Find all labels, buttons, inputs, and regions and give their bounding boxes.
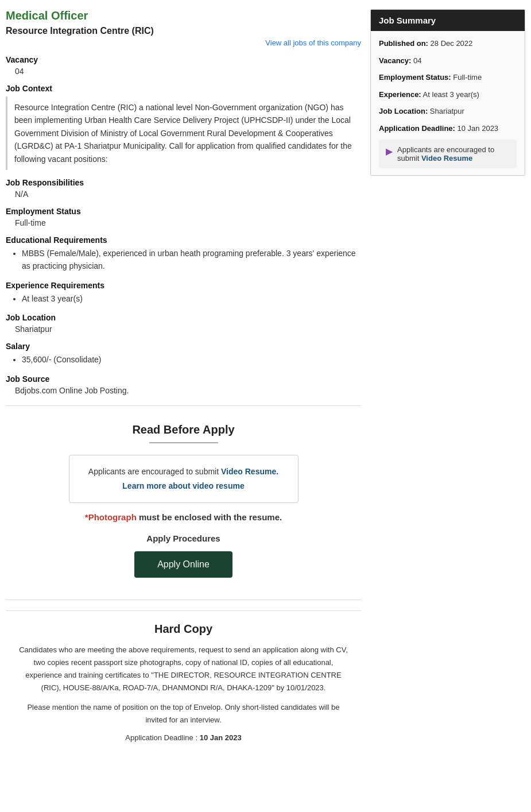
summary-vacancy-label: Vacancy: bbox=[379, 56, 411, 65]
employment-status-label: Employment Status bbox=[6, 207, 361, 216]
job-title: Medical Officer bbox=[6, 9, 361, 22]
salary-list: 35,600/- (Consolidate) bbox=[22, 353, 361, 366]
sidebar: Job Summary Published on: 28 Dec 2022 Va… bbox=[370, 9, 525, 176]
job-source-value: Bdjobs.com Online Job Posting. bbox=[6, 386, 361, 395]
summary-deadline: Application Deadline: 10 Jan 2023 bbox=[379, 123, 517, 134]
video-resume-box: Applicants are encouraged to submit Vide… bbox=[69, 455, 299, 503]
job-responsibilities-label: Job Responsibilities bbox=[6, 178, 361, 187]
sidebar-video-text: Applicants are encouraged to submit Vide… bbox=[397, 145, 510, 163]
employment-status-value: Full-time bbox=[6, 218, 361, 227]
job-responsibilities-section: Job Responsibilities N/A bbox=[6, 178, 361, 199]
sidebar-video-resume-link[interactable]: Video Resume bbox=[421, 154, 472, 163]
experience-requirements-label: Experience Requirements bbox=[6, 281, 361, 290]
hard-copy-title: Hard Copy bbox=[17, 622, 350, 636]
summary-employment-label: Employment Status: bbox=[379, 73, 451, 82]
summary-vacancy: Vacancy: 04 bbox=[379, 55, 517, 67]
experience-requirements-list: At least 3 year(s) bbox=[22, 292, 361, 305]
apply-procedures-label: Apply Procedures bbox=[29, 533, 338, 543]
summary-published: Published on: 28 Dec 2022 bbox=[379, 38, 517, 49]
job-location-value: Shariatpur bbox=[6, 324, 361, 334]
job-context-section: Job Context Resource Integration Centre … bbox=[6, 84, 361, 170]
salary-label: Salary bbox=[6, 342, 361, 351]
job-context-text: Resource Integration Centre (RIC) a nati… bbox=[6, 96, 361, 170]
hard-copy-divider bbox=[6, 600, 361, 600]
apply-online-button[interactable]: Apply Online bbox=[134, 551, 232, 578]
educational-requirements-section: Educational Requirements MBBS (Female/Ma… bbox=[6, 235, 361, 273]
hard-copy-text1: Candidates who are meeting the above req… bbox=[17, 644, 350, 694]
vacancy-value: 04 bbox=[6, 67, 361, 76]
summary-vacancy-val: 04 bbox=[413, 56, 421, 65]
deadline-value: 10 Jan 2023 bbox=[200, 733, 242, 742]
learn-more-link[interactable]: Learn more about video resume bbox=[122, 481, 244, 490]
job-location-section: Job Location Shariatpur bbox=[6, 313, 361, 334]
summary-deadline-val: 10 Jan 2023 bbox=[458, 124, 499, 133]
employment-status-section: Employment Status Full-time bbox=[6, 207, 361, 227]
deadline-label: Application Deadline : bbox=[125, 733, 197, 742]
company-name: Resource Integration Centre (RIC) bbox=[6, 26, 361, 36]
section-divider bbox=[6, 405, 361, 406]
job-responsibilities-value: N/A bbox=[6, 190, 361, 199]
summary-location-label: Job Location: bbox=[379, 107, 428, 115]
list-item: At least 3 year(s) bbox=[22, 292, 361, 305]
summary-employment: Employment Status: Full-time bbox=[379, 72, 517, 83]
job-summary-box: Job Summary Published on: 28 Dec 2022 Va… bbox=[370, 9, 525, 176]
list-item: 35,600/- (Consolidate) bbox=[22, 353, 361, 366]
summary-employment-val: Full-time bbox=[453, 73, 482, 82]
job-summary-body: Published on: 28 Dec 2022 Vacancy: 04 Em… bbox=[371, 31, 525, 175]
video-resume-prefix: Applicants are encouraged to submit bbox=[88, 467, 219, 476]
photograph-notice: *Photograph must be enclosed with the re… bbox=[29, 512, 338, 522]
summary-experience: Experience: At least 3 year(s) bbox=[379, 89, 517, 100]
summary-published-label: Published on: bbox=[379, 39, 428, 48]
list-item: MBBS (Female/Male), experienced in urban… bbox=[22, 247, 361, 273]
job-location-label: Job Location bbox=[6, 313, 361, 322]
job-source-section: Job Source Bdjobs.com Online Job Posting… bbox=[6, 374, 361, 395]
video-icon: ▶ bbox=[386, 146, 393, 157]
read-before-divider bbox=[149, 442, 218, 443]
read-before-apply-section: Read Before Apply Applicants are encoura… bbox=[6, 423, 361, 589]
educational-requirements-list: MBBS (Female/Male), experienced in urban… bbox=[22, 247, 361, 273]
educational-requirements-label: Educational Requirements bbox=[6, 235, 361, 245]
experience-requirements-section: Experience Requirements At least 3 year(… bbox=[6, 281, 361, 305]
photograph-suffix-text: must be enclosed with the resume. bbox=[139, 512, 282, 522]
video-resume-link[interactable]: Video Resume. bbox=[221, 467, 278, 476]
vacancy-section: Vacancy 04 bbox=[6, 55, 361, 76]
sidebar-video-resume-notice: ▶ Applicants are encouraged to submit Vi… bbox=[379, 140, 517, 168]
read-before-title: Read Before Apply bbox=[29, 423, 338, 436]
job-summary-header: Job Summary bbox=[371, 10, 525, 31]
summary-published-val: 28 Dec 2022 bbox=[431, 39, 473, 48]
summary-deadline-label: Application Deadline: bbox=[379, 124, 455, 133]
summary-location-val: Shariatpur bbox=[430, 107, 464, 115]
hard-copy-section: Hard Copy Candidates who are meeting the… bbox=[6, 610, 361, 748]
salary-section: Salary 35,600/- (Consolidate) bbox=[6, 342, 361, 366]
summary-experience-val: At least 3 year(s) bbox=[423, 90, 479, 99]
application-deadline-text: Application Deadline : 10 Jan 2023 bbox=[17, 733, 350, 742]
vacancy-label: Vacancy bbox=[6, 55, 361, 64]
summary-location: Job Location: Shariatpur bbox=[379, 106, 517, 117]
job-source-label: Job Source bbox=[6, 374, 361, 384]
hard-copy-text2: Please mention the name of position on t… bbox=[17, 701, 350, 726]
main-content: Medical Officer Resource Integration Cen… bbox=[6, 9, 361, 748]
summary-experience-label: Experience: bbox=[379, 90, 421, 99]
view-all-link[interactable]: View all jobs of this company bbox=[6, 38, 361, 47]
photograph-word: *Photograph bbox=[85, 512, 137, 522]
job-context-label: Job Context bbox=[6, 84, 361, 93]
